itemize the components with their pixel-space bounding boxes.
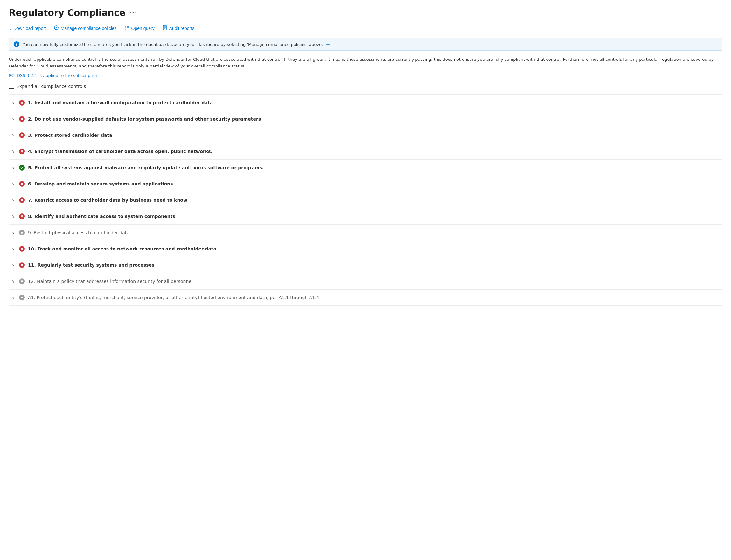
compliance-item[interactable]: ∨8. Identify and authenticate access to … xyxy=(9,208,722,225)
chevron-down-icon: ∨ xyxy=(11,214,16,219)
manage-icon xyxy=(54,25,59,31)
status-icon-error xyxy=(19,213,25,219)
status-icon-error xyxy=(19,100,25,106)
compliance-item[interactable]: ∨4. Encrypt transmission of cardholder d… xyxy=(9,143,722,160)
compliance-item-label: 11. Regularly test security systems and … xyxy=(28,263,154,268)
compliance-item-label: 12. Maintain a policy that addresses inf… xyxy=(28,279,193,284)
chevron-down-icon: ∨ xyxy=(11,101,16,105)
download-report-button[interactable]: ↓ Download report xyxy=(9,24,46,32)
status-icon-neutral xyxy=(19,230,25,235)
subscription-link[interactable]: PCI DSS 3.2.1 is applied to the subscrip… xyxy=(9,73,98,78)
compliance-item[interactable]: ∨12. Maintain a policy that addresses in… xyxy=(9,273,722,290)
status-icon-error xyxy=(19,181,25,187)
svg-point-27 xyxy=(21,232,23,234)
chevron-down-icon: ∨ xyxy=(11,133,16,137)
compliance-item-label: 7. Restrict access to cardholder data by… xyxy=(28,198,187,203)
expand-all-checkbox[interactable] xyxy=(9,84,14,89)
svg-point-33 xyxy=(21,297,23,298)
compliance-item-label: 8. Identify and authenticate access to s… xyxy=(28,214,175,219)
expand-all-label: Expand all compliance controls xyxy=(17,84,86,89)
compliance-list: ∨1. Install and maintain a firewall conf… xyxy=(9,95,722,306)
chevron-down-icon: ∨ xyxy=(11,182,16,186)
compliance-item[interactable]: ∨7. Restrict access to cardholder data b… xyxy=(9,192,722,208)
more-options-icon[interactable]: ··· xyxy=(129,10,138,16)
audit-reports-button[interactable]: Audit reports xyxy=(162,24,194,33)
chevron-down-icon: ∨ xyxy=(11,279,16,283)
compliance-item[interactable]: ∨11. Regularly test security systems and… xyxy=(9,257,722,273)
download-report-label: Download report xyxy=(13,26,46,31)
query-icon xyxy=(124,25,130,31)
manage-policies-label: Manage compliance policies xyxy=(61,26,117,31)
page-title: Regulatory Compliance ··· xyxy=(9,8,722,18)
toolbar: ↓ Download report Manage compliance poli… xyxy=(9,24,722,33)
compliance-item[interactable]: ∨2. Do not use vendor-supplied defaults … xyxy=(9,111,722,127)
status-icon-error xyxy=(19,116,25,122)
status-icon-error xyxy=(19,262,25,268)
compliance-item-label: 10. Track and monitor all access to netw… xyxy=(28,246,216,251)
svg-point-1 xyxy=(56,27,57,28)
status-icon-neutral xyxy=(19,295,25,300)
chevron-down-icon: ∨ xyxy=(11,263,16,267)
description-text: Under each applicable compliance control… xyxy=(9,56,722,70)
manage-policies-button[interactable]: Manage compliance policies xyxy=(54,24,117,33)
svg-point-32 xyxy=(21,280,23,282)
compliance-item[interactable]: ∨10. Track and monitor all access to net… xyxy=(9,241,722,257)
compliance-item-label: 4. Encrypt transmission of cardholder da… xyxy=(28,149,213,154)
compliance-item-label: 1. Install and maintain a firewall confi… xyxy=(28,100,213,105)
compliance-item-label: 3. Protect stored cardholder data xyxy=(28,133,112,138)
chevron-down-icon: ∨ xyxy=(11,247,16,251)
status-icon-error xyxy=(19,132,25,138)
status-icon-error xyxy=(19,197,25,203)
chevron-down-icon: ∨ xyxy=(11,117,16,121)
chevron-down-icon: ∨ xyxy=(11,198,16,202)
chevron-down-icon: ∨ xyxy=(11,165,16,170)
compliance-item-label: 6. Develop and maintain secure systems a… xyxy=(28,181,173,186)
info-text: You can now fully customize the standard… xyxy=(23,42,330,47)
status-icon-neutral xyxy=(19,278,25,284)
compliance-item-label: A1. Protect each entity's (that is, merc… xyxy=(28,295,321,300)
chevron-down-icon: ∨ xyxy=(11,230,16,235)
compliance-item[interactable]: ∨6. Develop and maintain secure systems … xyxy=(9,176,722,192)
status-icon-error xyxy=(19,246,25,252)
open-query-label: Open query xyxy=(131,26,155,31)
status-icon-error xyxy=(19,149,25,154)
title-text: Regulatory Compliance xyxy=(9,8,125,18)
compliance-item[interactable]: ∨9. Restrict physical access to cardhold… xyxy=(9,225,722,241)
expand-all-row: Expand all compliance controls xyxy=(9,84,722,89)
compliance-item[interactable]: ∨5. Protect all systems against malware … xyxy=(9,160,722,176)
audit-reports-label: Audit reports xyxy=(169,26,194,31)
info-icon: i xyxy=(14,41,19,47)
compliance-item[interactable]: ∨A1. Protect each entity's (that is, mer… xyxy=(9,290,722,306)
info-banner: i You can now fully customize the standa… xyxy=(9,38,722,51)
download-icon: ↓ xyxy=(9,25,11,31)
compliance-item[interactable]: ∨1. Install and maintain a firewall conf… xyxy=(9,95,722,111)
info-arrow[interactable]: → xyxy=(326,42,330,47)
compliance-item-label: 9. Restrict physical access to cardholde… xyxy=(28,230,130,235)
open-query-button[interactable]: Open query xyxy=(124,24,155,33)
compliance-item[interactable]: ∨3. Protect stored cardholder data xyxy=(9,127,722,143)
status-icon-success xyxy=(19,165,25,171)
audit-icon xyxy=(162,25,167,31)
chevron-down-icon: ∨ xyxy=(11,295,16,300)
compliance-item-label: 2. Do not use vendor-supplied defaults f… xyxy=(28,116,261,122)
compliance-item-label: 5. Protect all systems against malware a… xyxy=(28,165,264,170)
chevron-down-icon: ∨ xyxy=(11,149,16,154)
